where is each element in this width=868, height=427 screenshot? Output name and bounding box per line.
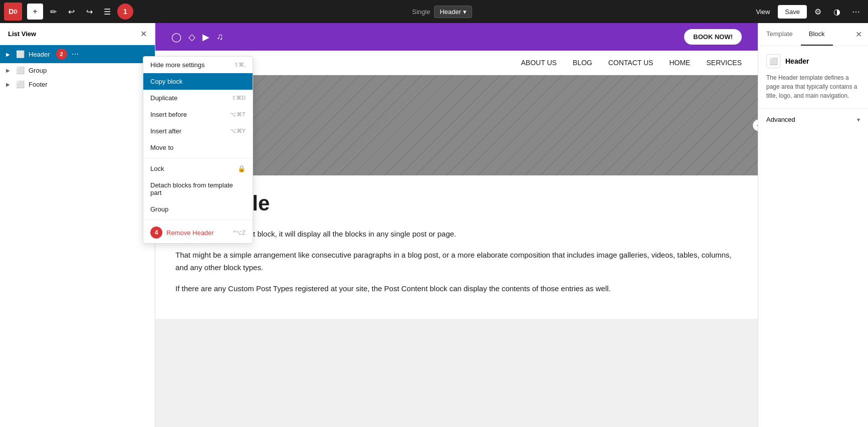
header-block-icon: ⬜ [16,50,25,58]
ctx-remove-shortcut: ^⌥Z [233,230,246,236]
instagram-icon[interactable]: ◇ [188,32,195,43]
tree-item-footer[interactable]: ▶ ⬜ Footer [0,77,155,91]
template-selector[interactable]: Header ▾ [434,6,472,18]
ctx-lock[interactable]: Lock 🔒 [143,160,253,177]
tree-label-group: Group [29,67,47,74]
nav-about-us[interactable]: ABOUT US [521,59,557,67]
ctx-insert-before[interactable]: Insert before ⌥⌘T [143,106,253,123]
tree-item-group[interactable]: ▶ ⬜ Group [0,63,155,77]
ctx-insert-before-shortcut: ⌥⌘T [230,111,246,118]
site-header-top: ◯ ◇ ▶ ♫ BOOK NOW! [155,23,758,51]
nav-contact-us[interactable]: CONTACT US [608,59,654,67]
save-button[interactable]: Save [778,5,807,19]
book-now-button[interactable]: BOOK NOW! [684,29,742,45]
block-description: The Header template defines a page area … [766,73,860,100]
tree-label-footer: Footer [29,81,48,88]
context-menu: Hide more settings ⇧⌘, Copy block Duplic… [143,56,253,244]
tiktok-icon[interactable]: ♫ [216,32,224,42]
right-sidebar: Template Block ✕ ⬜ Header The Header tem… [758,23,868,427]
toolbar-right: View Save ⚙ ◑ ⋯ [751,4,864,20]
ctx-move-to-label: Move to [150,144,173,151]
ctx-remove-header[interactable]: 4 Remove Header ^⌥Z [143,222,253,243]
ctx-detach[interactable]: Detach blocks from template part [143,177,253,201]
lock-icon: 🔒 [238,165,246,172]
ctx-divider-1 [143,158,253,158]
right-sidebar-header: Template Block ✕ [758,23,868,46]
ctx-detach-label: Detach blocks from template part [150,181,246,196]
ctx-insert-after-shortcut: ⌥⌘Y [230,128,246,134]
badge-4: 4 [150,227,162,239]
block-title-row: ⬜ Header [766,54,860,68]
toolbar-center: Single Header ▾ [135,6,749,18]
main-layout: List View ✕ ▶ ⬜ Header 2 ⋯ ▶ ⬜ Group ▶ ⬜… [0,23,868,427]
post-title: Post Title [175,191,738,216]
toolbar: D D + ✏ ↩ ↪ ☰ 1 Single Header ▾ View Sav… [0,0,868,23]
list-view-panel: List View ✕ ▶ ⬜ Header 2 ⋯ ▶ ⬜ Group ▶ ⬜… [0,23,155,427]
ctx-duplicate[interactable]: Duplicate ⇧⌘D [143,90,253,106]
list-view-icon: ☰ [104,7,111,17]
block-section: ⬜ Header The Header template defines a p… [758,46,868,108]
footer-block-icon: ⬜ [16,80,25,88]
nav-home[interactable]: HOME [669,59,690,67]
undo-button[interactable]: ↩ [63,4,79,20]
nav-services[interactable]: SERVICES [706,59,742,67]
ctx-lock-label: Lock [150,165,164,172]
tree-item-header[interactable]: ▶ ⬜ Header 2 ⋯ [0,45,155,63]
wp-logo: D D [4,3,22,21]
ctx-hide-settings-label: Hide more settings [150,61,204,69]
ctx-group[interactable]: Group [143,201,253,218]
pencil-icon: ✏ [50,7,57,17]
more-icon: ⋯ [852,7,860,17]
badge-1: 1 [117,4,133,20]
facebook-icon[interactable]: ◯ [171,32,181,43]
header-options-button[interactable]: ⋯ [69,48,81,60]
ctx-duplicate-shortcut: ⇧⌘D [232,95,246,101]
ctx-insert-before-label: Insert before [150,111,187,118]
list-view-button[interactable]: ☰ [99,4,115,20]
plus-icon: + [33,7,37,16]
nav-blog[interactable]: BLOG [573,59,592,67]
template-prefix: Single [412,8,430,16]
list-view-close-button[interactable]: ✕ [140,29,147,39]
ctx-insert-after-label: Insert after [150,127,181,135]
add-block-button[interactable]: + [27,4,43,20]
right-sidebar-close-button[interactable]: ✕ [849,30,868,39]
contrast-icon: ◑ [833,7,840,17]
tab-block[interactable]: Block [801,23,833,46]
more-options-button[interactable]: ⋯ [848,4,864,20]
chevron-right-icon-group: ▶ [6,68,14,73]
list-view-header: List View ✕ [0,23,155,45]
redo-icon: ↪ [86,7,93,17]
ctx-remove-header-label: Remove Header [166,229,214,237]
post-body: This is the Post Content block, it will … [175,228,738,295]
gear-icon: ⚙ [814,7,821,17]
add-block-after-button[interactable]: + [753,119,758,131]
ctx-hide-settings[interactable]: Hide more settings ⇧⌘, [143,57,253,73]
list-view-title: List View [8,30,36,38]
redo-button[interactable]: ↪ [81,4,97,20]
contrast-button[interactable]: ◑ [829,4,845,20]
settings-button[interactable]: ⚙ [810,4,826,20]
ctx-insert-after[interactable]: Insert after ⌥⌘Y [143,123,253,139]
undo-icon: ↩ [68,7,75,17]
right-sidebar-tabs: Template Block [758,23,833,46]
tree-label-header: Header [29,51,50,58]
ctx-copy-block[interactable]: Copy block [143,73,253,90]
ctx-group-label: Group [150,205,168,213]
post-paragraph-1: This is the Post Content block, it will … [175,228,738,241]
tab-template[interactable]: Template [758,23,801,46]
ctx-move-to[interactable]: Move to [143,139,253,156]
edit-button[interactable]: ✏ [45,4,61,20]
chevron-down-icon: ▾ [463,8,467,16]
badge-2: 2 [56,49,67,60]
view-button[interactable]: View [751,5,775,19]
ctx-copy-block-label: Copy block [150,78,182,85]
post-paragraph-3: If there are any Custom Post Types regis… [175,282,738,295]
chevron-right-icon-footer: ▶ [6,82,14,87]
advanced-label: Advanced [766,116,795,123]
ctx-hide-settings-shortcut: ⇧⌘, [234,62,246,68]
group-block-icon: ⬜ [16,66,25,74]
youtube-icon[interactable]: ▶ [202,32,209,43]
post-paragraph-2: That might be a simple arrangement like … [175,249,738,274]
advanced-row[interactable]: Advanced ▾ [758,108,868,130]
